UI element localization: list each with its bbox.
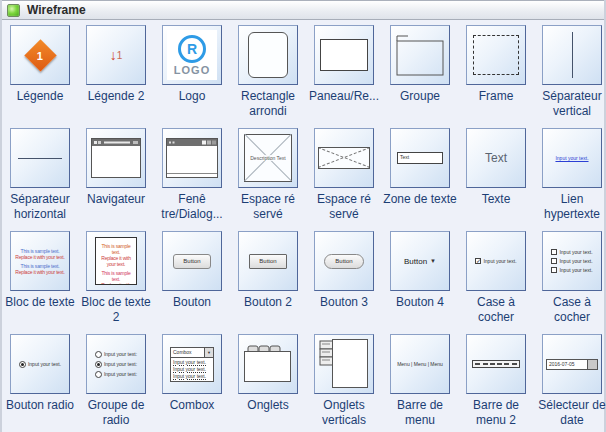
combobox-value: Combox: [171, 348, 204, 357]
shape-label: Légende: [2, 89, 78, 121]
radio-group-shape: Input your text: Input your text: Input …: [95, 351, 137, 378]
checkbox-icon: [551, 249, 557, 255]
shape-item-onglets-verticals[interactable]: Onglets verticals: [306, 332, 382, 432]
logo-icon: R LOGO: [162, 25, 222, 85]
shape-item-legende[interactable]: 1 Légende: [2, 23, 78, 126]
text-block-shape: This is sample text. Replace it with you…: [15, 245, 64, 278]
radio-icon: [95, 371, 102, 378]
shape-item-case-a-cocher-2[interactable]: Input your text. Input your text. Input …: [534, 229, 606, 332]
text-icon: Text: [466, 128, 526, 188]
shape-item-bouton-2[interactable]: Button Bouton 2: [230, 229, 306, 332]
shape-item-espace-reserve[interactable]: Description Text Espace ré servé: [230, 126, 306, 229]
menu-bar-2-icon: [466, 334, 526, 394]
shape-label: Onglets verticals: [306, 398, 382, 430]
shape-item-rectangle-arrondi[interactable]: Rectangle arrondi: [230, 23, 306, 126]
registered-mark-icon: R: [178, 35, 206, 63]
dropdown-button-shape: Button ▼: [404, 257, 436, 266]
shape-label: Lien hypertexte: [534, 192, 606, 224]
checkbox-label: Input your text.: [559, 249, 592, 255]
shape-label: Fenê tre/Dialog...: [154, 192, 230, 224]
shape-item-bouton[interactable]: Button Bouton: [154, 229, 230, 332]
radio-group-icon: Input your text: Input your text: Input …: [86, 334, 146, 394]
logo-r-letter: R: [187, 41, 197, 57]
shape-label: Barre de menu: [382, 398, 458, 430]
checkbox-row: Input your text.: [551, 249, 592, 255]
placeholder-text: Description Text: [245, 155, 291, 161]
shape-label: Navigateur: [78, 192, 154, 224]
combobox-field: Combox ▼: [171, 348, 213, 358]
shape-item-zone-de-texte[interactable]: Text Zone de texte: [382, 126, 458, 229]
button-shape: Button: [173, 254, 211, 269]
button-icon: Button: [162, 231, 222, 291]
library-section-header[interactable]: Wireframe: [2, 0, 604, 20]
shape-item-barre-de-menu-2[interactable]: Barre de menu 2: [458, 332, 534, 432]
library-icon: [7, 4, 20, 17]
shape-item-onglets[interactable]: Onglets: [230, 332, 306, 432]
textbox-shape: Text: [397, 152, 443, 164]
horizontal-line-shape: [18, 158, 62, 159]
button-3-icon: Button: [314, 231, 374, 291]
shape-item-navigateur[interactable]: Navigateur: [78, 126, 154, 229]
dashed-frame-shape: [473, 35, 519, 75]
shape-item-frame[interactable]: Frame: [458, 23, 534, 126]
vertical-tabs-icon: [314, 334, 374, 394]
shape-item-logo[interactable]: R LOGO Logo: [154, 23, 230, 126]
shape-item-texte[interactable]: Text Texte: [458, 126, 534, 229]
button-3-shape: Button: [324, 254, 364, 269]
shape-label: Bloc de texte: [2, 295, 78, 327]
shape-item-lien-hypertexte[interactable]: Input your text. Lien hypertexte: [534, 126, 606, 229]
shape-label: Rectangle arrondi: [230, 89, 306, 121]
shape-label: Barre de menu 2: [458, 398, 534, 430]
textbox-icon: Text: [390, 128, 450, 188]
shape-item-selecteur-de-date[interactable]: 2016-07-05 Sélecteur de date: [534, 332, 606, 432]
badge-number: 1: [37, 49, 43, 61]
checkbox-label: Input your text.: [483, 258, 516, 264]
logo-word: LOGO: [174, 64, 210, 76]
combobox-shape: Combox ▼ Input your text. Input your tex…: [170, 347, 214, 382]
date-picker-shape: 2016-07-05: [546, 359, 598, 370]
shape-item-paneau[interactable]: Paneau/Re...: [306, 23, 382, 126]
text-sample: Text: [485, 151, 507, 165]
menu-dash: [504, 363, 509, 365]
menu-dash: [475, 363, 480, 365]
shape-item-espace-reserve-2[interactable]: Espace ré servé: [306, 126, 382, 229]
shape-item-separateur-vertical[interactable]: Séparateur vertical: [534, 23, 606, 126]
radio-button-icon: Input your text.: [10, 334, 70, 394]
sample-text-line: Replace it with your text.: [15, 269, 64, 275]
menu-dash: [483, 363, 488, 365]
shape-item-fenetre-dialog[interactable]: Fenê tre/Dialog...: [154, 126, 230, 229]
shape-label: Bouton 3: [306, 295, 382, 327]
shape-item-groupe-de-radio[interactable]: Input your text: Input your text: Input …: [78, 332, 154, 432]
shape-grid: 1 Légende ↓ 1 Légende 2 R LOGO Logo: [2, 20, 604, 432]
checkbox-group-icon: Input your text. Input your text. Input …: [542, 231, 602, 291]
shape-item-separateur-horizontal[interactable]: Séparateur horizontal: [2, 126, 78, 229]
sample-text-line: This is sample text.: [101, 243, 130, 255]
shape-item-bouton-4[interactable]: Button ▼ Bouton 4: [382, 229, 458, 332]
dropdown-caret-icon: ▼: [430, 258, 436, 264]
date-picker-button: [587, 360, 597, 369]
shape-label: Bouton radio: [2, 398, 78, 430]
shape-label: Frame: [458, 89, 534, 121]
combobox-arrow-icon: ▼: [204, 348, 213, 357]
checkbox-group-shape: Input your text. Input your text. Input …: [551, 249, 592, 273]
combobox-item: Input your text.: [173, 359, 211, 366]
shape-item-barre-de-menu[interactable]: Menu | Menu | Menu Barre de menu: [382, 332, 458, 432]
button-2-shape: Button: [249, 254, 287, 269]
shape-item-bouton-3[interactable]: Button Bouton 3: [306, 229, 382, 332]
shape-item-bloc-de-texte[interactable]: This is sample text. Replace it with you…: [2, 229, 78, 332]
textbox-value: Text: [400, 154, 409, 160]
arrow-number: 1: [117, 50, 123, 61]
frame-icon: [466, 25, 526, 85]
selected-radio-icon: [95, 361, 102, 368]
shape-label: Séparateur horizontal: [2, 192, 78, 224]
shape-item-legende-2[interactable]: ↓ 1 Légende 2: [78, 23, 154, 126]
shape-item-bouton-radio[interactable]: Input your text. Bouton radio: [2, 332, 78, 432]
checkbox-label: Input your text.: [559, 258, 592, 264]
shape-item-bloc-de-texte-2[interactable]: This is sample text. Replace it with you…: [78, 229, 154, 332]
shape-item-groupe[interactable]: Groupe: [382, 23, 458, 126]
hyperlink-text: Input your text.: [555, 155, 588, 161]
shape-item-case-a-cocher[interactable]: ✓ Input your text. Case à cocher: [458, 229, 534, 332]
combobox-icon: Combox ▼ Input your text. Input your tex…: [162, 334, 222, 394]
shape-item-combox[interactable]: Combox ▼ Input your text. Input your tex…: [154, 332, 230, 432]
radio-row: Input your text:: [95, 361, 137, 368]
